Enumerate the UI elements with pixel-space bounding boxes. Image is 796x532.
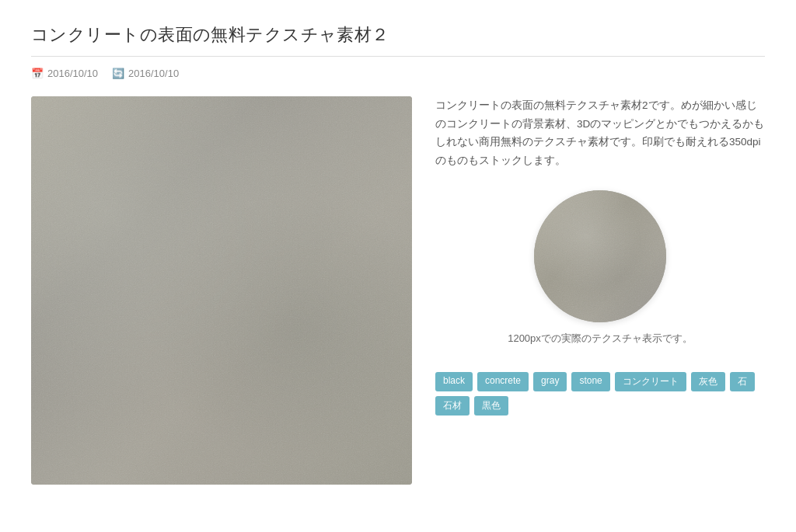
publish-date-item: 📅 2016/10/10 bbox=[31, 68, 98, 79]
tag-item[interactable]: black bbox=[435, 372, 473, 391]
tags-container: blackconcretegraystoneコンクリート灰色石石材黒色 bbox=[435, 372, 765, 416]
circle-texture-preview[interactable] bbox=[534, 190, 666, 322]
update-date: 2016/10/10 bbox=[128, 68, 179, 79]
main-texture-image[interactable] bbox=[31, 96, 412, 485]
refresh-icon: 🔄 bbox=[112, 68, 124, 79]
tag-item[interactable]: concrete bbox=[477, 372, 529, 391]
description-text: コンクリートの表面の無料テクスチャ素材2です。めが細かい感じのコンクリートの背景… bbox=[435, 96, 765, 170]
main-image-container bbox=[31, 96, 412, 485]
tag-item[interactable]: 石 bbox=[730, 372, 755, 391]
tag-item[interactable]: stone bbox=[571, 372, 609, 391]
title-divider bbox=[31, 56, 765, 57]
circle-caption: 1200pxでの実際のテクスチャ表示です。 bbox=[508, 332, 693, 346]
circle-preview-container: 1200pxでの実際のテクスチャ表示です。 bbox=[435, 190, 765, 346]
right-panel: コンクリートの表面の無料テクスチャ素材2です。めが細かい感じのコンクリートの背景… bbox=[435, 96, 765, 416]
publish-date: 2016/10/10 bbox=[47, 68, 98, 79]
tag-item[interactable]: 石材 bbox=[435, 396, 470, 416]
page-title: コンクリートの表面の無料テクスチャ素材２ bbox=[31, 23, 765, 47]
tag-item[interactable]: 黒色 bbox=[474, 396, 508, 416]
calendar-icon: 📅 bbox=[31, 68, 44, 79]
meta-row: 📅 2016/10/10 🔄 2016/10/10 bbox=[31, 68, 765, 79]
tag-item[interactable]: gray bbox=[533, 372, 567, 391]
update-date-item: 🔄 2016/10/10 bbox=[112, 68, 179, 79]
content-area: コンクリートの表面の無料テクスチャ素材2です。めが細かい感じのコンクリートの背景… bbox=[31, 96, 765, 485]
tag-item[interactable]: 灰色 bbox=[691, 372, 725, 391]
tag-item[interactable]: コンクリート bbox=[615, 372, 686, 391]
page-wrapper: コンクリートの表面の無料テクスチャ素材２ 📅 2016/10/10 🔄 2016… bbox=[0, 0, 796, 532]
